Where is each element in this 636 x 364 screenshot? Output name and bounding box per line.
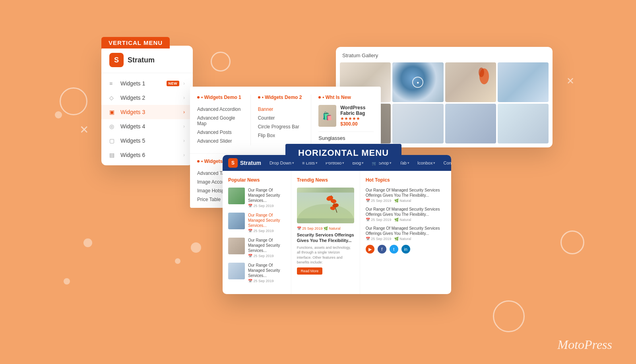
- gallery-img-3: [445, 62, 496, 102]
- hm-logo-text: Stratum: [240, 160, 261, 166]
- twitter-icon[interactable]: t: [390, 245, 398, 254]
- hm-col-popular: Popular News Our Range Of Managed Securi…: [223, 171, 291, 294]
- deco-x-1: ✕: [80, 123, 89, 136]
- dm-product-stars: ★★★★★: [340, 116, 374, 121]
- vm-item-arrow-1: ›: [183, 81, 185, 86]
- hm-news-date-4: 📅 25 Sep 2019: [248, 279, 285, 283]
- vm-item-label-2: Widgets 2: [120, 95, 179, 101]
- dm-item-banner[interactable]: Banner: [258, 105, 304, 114]
- dm-item-google-map[interactable]: Advanced Google Map: [197, 114, 243, 128]
- deco-dot-1: [55, 111, 62, 118]
- hm-hot-title-1: Our Range Of Managed Security Services O…: [366, 188, 446, 198]
- hm-news-info-3: Our Range Of Managed Security Services..…: [248, 238, 285, 258]
- dm-item-circle[interactable]: Circle Progress Bar: [258, 122, 304, 131]
- hm-news-thumb-1: [228, 188, 245, 204]
- hm-news-title-1: Our Range Of Managed Security Services..…: [248, 188, 285, 203]
- hm-trending-image: [297, 188, 354, 223]
- hm-news-date-3: 📅 25 Sep 2019: [248, 254, 285, 258]
- hm-hot-title-3: Our Range Of Managed Security Services O…: [366, 226, 446, 236]
- hm-col-trending: Trendig News: [291, 171, 360, 294]
- vm-item-arrow-2: ›: [183, 95, 185, 101]
- hm-news-thumb-3: [228, 238, 245, 254]
- vm-item-arrow-3: ›: [183, 109, 185, 115]
- dm-col-2: • Widgets Demo 2 Banner Counter Circle P…: [251, 95, 312, 145]
- dm-item-flipbox[interactable]: Flip Box: [258, 131, 304, 140]
- dm-product-name-2: Sunglasses: [318, 132, 374, 141]
- dm-col4-dot: [197, 160, 200, 163]
- facebook-icon[interactable]: f: [378, 245, 386, 254]
- gallery-img-8: [498, 104, 549, 143]
- vertical-menu-card: VERTICAL MENU S Stratum ≡ Widgets 1 NEW …: [101, 46, 193, 165]
- trending-img-svg: [297, 188, 354, 223]
- gallery-img-6: [392, 104, 443, 143]
- deco-x-2: ✕: [566, 76, 574, 87]
- hm-social-row: ▶ f t in: [366, 245, 446, 254]
- hm-trending-title-header: Trendig News: [297, 177, 354, 183]
- dm-item-accordion[interactable]: Advanced Accordion: [197, 105, 243, 114]
- deco-dot-3: [175, 258, 180, 264]
- hm-hot-info-2: Our Range Of Managed Security Services O…: [366, 207, 446, 222]
- horizontal-mega-card: S Stratum Drop Down▾ ≡ Lists▾ Portfolio▾…: [223, 155, 451, 294]
- hm-nav-iconbox[interactable]: Iconbox▾: [415, 159, 438, 167]
- dm-product-info-1: WordPress Fabric Bag ★★★★★ $300.00: [340, 105, 374, 127]
- vm-item-widgets3[interactable]: ▣ Widgets 3 ›: [101, 105, 193, 119]
- hm-hot-meta-2: 📅 25 Sep 2019 🌿 Natural: [366, 218, 446, 222]
- hm-news-info-1: Our Range Of Managed Security Services..…: [248, 188, 285, 208]
- hm-trending-date: 📅 25 Sep 2019 🌿 Natural: [297, 227, 354, 230]
- hm-hot-meta-1: 📅 25 Sep 2019 🌿 Natural: [366, 199, 446, 203]
- gallery-img-4: [498, 62, 549, 102]
- hm-news-item-2: Our Range Of Managed Security Services..…: [228, 213, 285, 233]
- deco-dot-4: [64, 278, 70, 285]
- vm-item-widgets4[interactable]: ◎ Widgets 4 ›: [101, 119, 193, 134]
- hm-news-thumb-4: [228, 263, 245, 279]
- dm-item-adv-slider[interactable]: Advanced Slider: [197, 137, 243, 145]
- vm-item-widgets5[interactable]: ▢ Widgets 5 ›: [101, 134, 193, 148]
- vm-item-icon-3: ▣: [109, 109, 116, 115]
- dm-col2-dot: [258, 96, 260, 99]
- hm-news-item-4: Our Range Of Managed Security Services..…: [228, 263, 285, 283]
- dm-item-adv-posts[interactable]: Advanced Posts: [197, 128, 243, 137]
- hm-news-title-3: Our Range Of Managed Security Services..…: [248, 238, 285, 253]
- vm-item-label-6: Widgets 6: [120, 152, 179, 158]
- dm-col3-header: • Wht Is New: [318, 95, 374, 100]
- deco-circle-4: [493, 300, 525, 332]
- deco-circle-1: [60, 87, 87, 115]
- dm-product-price: $300.00: [340, 121, 374, 127]
- dm-col2-header: • Widgets Demo 2: [258, 95, 304, 100]
- hm-trending-article-title: Security Services Offerings Gives You Th…: [297, 232, 354, 244]
- vm-item-widgets2[interactable]: ◇ Widgets 2 ›: [101, 91, 193, 105]
- deco-dot-5: [191, 242, 201, 253]
- vm-item-label-3: Widgets 3: [120, 109, 179, 115]
- vm-item-icon-6: ▤: [109, 152, 116, 158]
- vm-item-icon-4: ◎: [109, 123, 116, 130]
- linkedin-icon[interactable]: in: [401, 245, 410, 254]
- vm-item-icon-1: ≡: [109, 80, 116, 87]
- hm-news-thumb-2: [228, 213, 245, 229]
- horizontal-menu-label: HORIZONTAL MENU: [285, 144, 401, 162]
- dm-product-name-1: WordPress Fabric Bag: [340, 105, 374, 116]
- youtube-icon[interactable]: ▶: [366, 245, 374, 254]
- stratum-logo-text: Stratum: [128, 56, 155, 64]
- hm-news-item-1: Our Range Of Managed Security Services..…: [228, 188, 285, 208]
- dm-col1-header: • Widgets Demo 1: [197, 95, 243, 100]
- hm-logo: S Stratum: [228, 158, 261, 168]
- hm-news-date-1: 📅 25 Sep 2019: [248, 204, 285, 208]
- hm-hot-title-2: Our Range Of Managed Security Services O…: [366, 207, 446, 217]
- gallery-leaf-deco: [478, 66, 490, 86]
- dm-columns: • Widgets Demo 1 Advanced Accordion Adva…: [190, 87, 381, 153]
- hm-popular-title: Popular News: [228, 177, 285, 183]
- dm-item-counter[interactable]: Counter: [258, 114, 304, 122]
- vertical-menu-label: VERTICAL MENU: [101, 37, 170, 48]
- hm-news-title-2: Our Range Of Managed Security Services..…: [248, 213, 285, 228]
- vm-item-arrow-4: ›: [183, 124, 185, 129]
- hm-nav-contact[interactable]: Contact▾: [440, 159, 451, 167]
- vm-item-widgets1[interactable]: ≡ Widgets 1 NEW ›: [101, 76, 193, 91]
- vm-item-arrow-6: ›: [183, 152, 185, 158]
- vm-item-widgets6[interactable]: ▤ Widgets 6 ›: [101, 148, 193, 162]
- vm-item-icon-2: ◇: [109, 95, 116, 101]
- vm-item-arrow-5: ›: [183, 138, 185, 143]
- vm-item-label-4: Widgets 4: [120, 123, 179, 130]
- hm-news-item-3: Our Range Of Managed Security Services..…: [228, 238, 285, 258]
- hm-trending-text: Functions, assets and technology, all th…: [297, 245, 354, 265]
- hm-read-more-btn[interactable]: Read More: [297, 267, 323, 275]
